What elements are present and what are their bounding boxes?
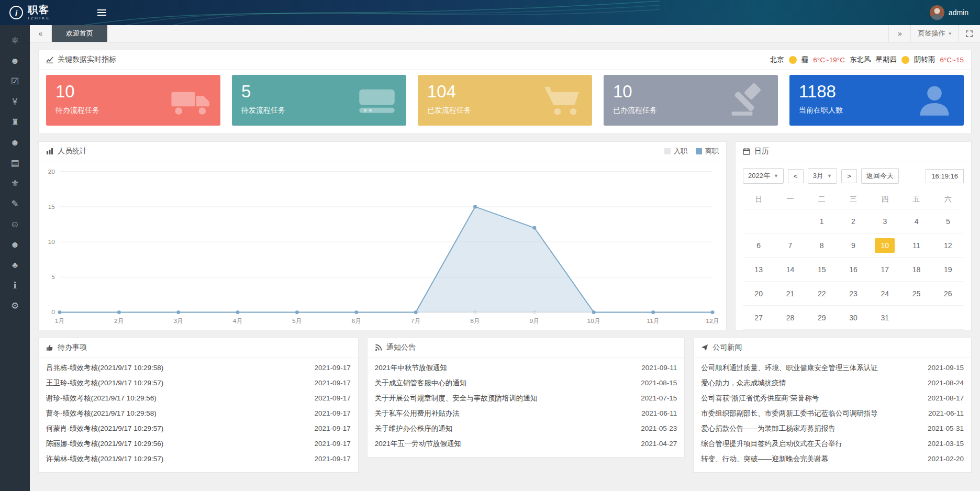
list-item[interactable]: 关于开展公司规章制度、安全与事故预防培训的通知 2021-07-15 xyxy=(368,390,685,406)
list-item[interactable]: 关于私车公用费用补贴办法 2021-06-11 xyxy=(368,406,685,421)
list-item[interactable]: 爱心助力，众志成城抗疫情 2021-08-24 xyxy=(694,375,971,390)
tabs-scroll-left-button[interactable]: « xyxy=(30,25,52,42)
calendar-day[interactable] xyxy=(743,209,774,233)
calendar-day[interactable]: 11 xyxy=(900,233,932,258)
calendar-day-number: 3 xyxy=(877,214,893,229)
sidebar-item-info[interactable]: ℹ xyxy=(0,275,30,296)
indicators-panel: 关键数据实时指标 北京 霾 6°C~19°C 东北风 星期四 阴转雨 6°C~1… xyxy=(38,50,972,134)
news-panel: 公司新闻 公司顺利通过质量、环境、职业健康安全管理三体系认证 2021-09-1… xyxy=(693,338,972,473)
list-item[interactable]: 公司喜获“浙江省优秀供应商”荣誉称号 2021-08-17 xyxy=(694,390,971,406)
tab-home[interactable]: 欢迎首页 xyxy=(52,25,107,42)
calendar-day-number: 17 xyxy=(875,262,895,277)
calendar-day[interactable]: 10 xyxy=(869,233,900,258)
calendar-day-number: 23 xyxy=(843,286,863,301)
sidebar-item-organization[interactable]: ⚛ xyxy=(0,30,30,51)
year-select[interactable]: 2022年 ▼ xyxy=(743,168,784,184)
sidebar-item-approvals[interactable]: ☑ xyxy=(0,71,30,92)
list-item[interactable]: 吕兆栋-绩效考核(2021/9/17 10:29:58) 2021-09-17 xyxy=(39,360,358,375)
calendar-day[interactable]: 23 xyxy=(838,282,869,306)
sidebar-item-recruit[interactable]: ☺ xyxy=(0,214,30,235)
calendar-day[interactable]: 26 xyxy=(932,282,964,306)
sidebar-item-institution[interactable]: ♜ xyxy=(0,112,30,132)
sidebar-item-briefcase[interactable]: ▤ xyxy=(0,153,30,173)
news-header: 公司新闻 xyxy=(694,338,971,358)
list-item[interactable]: 谢珍-绩效考核(2021/9/17 10:29:56) 2021-09-17 xyxy=(39,390,358,406)
sidebar-item-team[interactable]: ☻ xyxy=(0,132,30,153)
calendar-day[interactable]: 17 xyxy=(869,258,900,282)
stat-card-todo-flow[interactable]: 10 待办流程任务 xyxy=(46,75,220,126)
prev-month-button[interactable]: < xyxy=(788,169,804,183)
calendar-day[interactable]: 12 xyxy=(932,233,964,258)
calendar-day[interactable]: 29 xyxy=(806,306,838,330)
list-item[interactable]: 陈丽娜-绩效考核(2021/9/17 10:29:56) 2021-09-17 xyxy=(39,436,358,451)
calendar-day[interactable]: 1 xyxy=(806,209,838,233)
calendar-day[interactable] xyxy=(900,306,932,330)
list-item[interactable]: 许菊林-绩效考核(2021/9/17 10:29:57) 2021-09-17 xyxy=(39,451,358,466)
tabs-scroll-right-button[interactable]: » xyxy=(888,25,910,42)
sidebar-item-performance[interactable]: ⚜ xyxy=(0,173,30,194)
calendar-day[interactable]: 16 xyxy=(838,258,869,282)
calendar-days-grid: 1 2 3 4 5 6 xyxy=(736,209,971,330)
list-item[interactable]: 关于成立销管客服中心的通知 2021-08-15 xyxy=(368,375,685,390)
calendar-day[interactable]: 19 xyxy=(932,258,964,282)
calendar-day[interactable]: 6 xyxy=(743,233,774,258)
calendar-day[interactable]: 27 xyxy=(743,306,774,330)
list-item[interactable]: 何蒙肖-绩效考核(2021/9/17 10:29:57) 2021-09-17 xyxy=(39,421,358,436)
stat-card-pending-flow[interactable]: 5 待发流程任务 xyxy=(232,75,406,126)
calendar-day[interactable]: 2 xyxy=(838,209,869,233)
calendar-day-number: 21 xyxy=(781,286,800,301)
list-item[interactable]: 转变、行动、突破——迎新晚会完美谢幕 2021-02-20 xyxy=(694,451,971,466)
sidebar-item-training[interactable]: ✎ xyxy=(0,194,30,214)
list-item[interactable]: 爱心捐款公告——为装卸工杨家寿募捐报告 2021-05-31 xyxy=(694,421,971,436)
list-item[interactable]: 关于维护办公秩序的通知 2021-05-23 xyxy=(368,421,685,436)
calendar-day[interactable]: 20 xyxy=(743,282,774,306)
legend-item[interactable]: 入职 xyxy=(664,147,687,156)
stat-card-sent-flow[interactable]: 104 已发流程任务 xyxy=(418,75,592,126)
calendar-day[interactable]: 15 xyxy=(806,258,838,282)
next-month-button[interactable]: > xyxy=(841,169,857,183)
list-item[interactable]: 市委组织部副部长、市委两新工委书记莅临公司调研指导 2021-06-11 xyxy=(694,406,971,421)
back-to-today-button[interactable]: 返回今天 xyxy=(861,168,899,184)
sidebar-item-settings[interactable]: ⚙ xyxy=(0,296,30,316)
list-item[interactable]: 2021年五一劳动节放假通知 2021-04-27 xyxy=(368,436,685,451)
calendar-day[interactable]: 3 xyxy=(869,209,900,233)
sun-icon xyxy=(901,56,909,64)
calendar-day[interactable]: 28 xyxy=(774,306,806,330)
calendar-day[interactable]: 18 xyxy=(900,258,932,282)
sidebar-item-profile[interactable]: ☻ xyxy=(0,235,30,255)
calendar-day[interactable]: 13 xyxy=(743,258,774,282)
stat-card-headcount[interactable]: 1188 当前在职人数 xyxy=(789,75,964,126)
calendar-day[interactable]: 5 xyxy=(932,209,964,233)
user-menu[interactable]: admin xyxy=(930,5,980,20)
tab-operations-dropdown[interactable]: 页签操作 ▾ xyxy=(910,25,958,42)
calendar-day[interactable] xyxy=(932,306,964,330)
calendar-day[interactable]: 24 xyxy=(869,282,900,306)
item-date: 2021-08-15 xyxy=(641,375,677,390)
calendar-day[interactable]: 25 xyxy=(900,282,932,306)
calendar-day[interactable]: 8 xyxy=(806,233,838,258)
sidebar-item-structure[interactable]: ♣ xyxy=(0,255,30,275)
calendar-day[interactable]: 30 xyxy=(838,306,869,330)
calendar-day[interactable]: 22 xyxy=(806,282,838,306)
fullscreen-button[interactable] xyxy=(958,25,980,42)
sidebar-item-employees[interactable]: ☻ xyxy=(0,51,30,71)
calendar-day[interactable]: 21 xyxy=(774,282,806,306)
list-item[interactable]: 曹冬-绩效考核(2021/9/17 10:29:58) 2021-09-17 xyxy=(39,406,358,421)
tabbar-spacer xyxy=(107,25,888,42)
calendar-day[interactable]: 14 xyxy=(774,258,806,282)
month-select[interactable]: 3月 ▼ xyxy=(808,168,837,184)
list-item[interactable]: 2021年中秋节放假通知 2021-09-11 xyxy=(368,360,685,375)
calendar-day[interactable] xyxy=(774,209,806,233)
app-logo[interactable]: i 职客 IZHIKE xyxy=(0,5,67,20)
calendar-day[interactable]: 31 xyxy=(869,306,900,330)
sidebar-item-salary[interactable]: ¥ xyxy=(0,92,30,112)
list-item[interactable]: 公司顺利通过质量、环境、职业健康安全管理三体系认证 2021-09-15 xyxy=(694,360,971,375)
calendar-day[interactable]: 4 xyxy=(900,209,932,233)
sidebar-toggle-button[interactable] xyxy=(94,6,109,19)
calendar-day[interactable]: 9 xyxy=(838,233,869,258)
legend-item[interactable]: 离职 xyxy=(696,147,719,156)
stat-card-done-flow[interactable]: 10 已办流程任务 xyxy=(604,75,778,126)
list-item[interactable]: 综合管理提升项目签约及启动仪式在天台举行 2021-03-15 xyxy=(694,436,971,451)
calendar-day[interactable]: 7 xyxy=(774,233,806,258)
list-item[interactable]: 王卫玲-绩效考核(2021/9/17 10:29:57) 2021-09-17 xyxy=(39,375,358,390)
